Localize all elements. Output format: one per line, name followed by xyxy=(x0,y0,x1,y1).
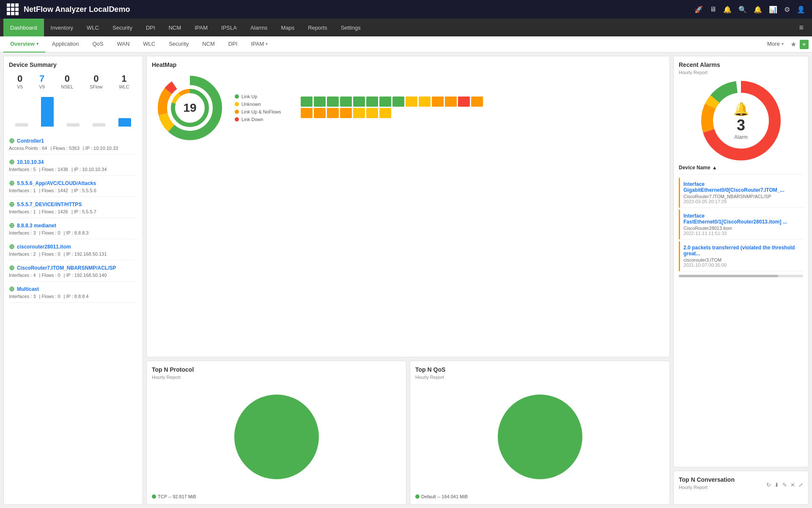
stat-wlc-label: WLC xyxy=(119,84,129,89)
bar-v9 xyxy=(39,97,56,127)
subnav-qos[interactable]: QoS xyxy=(85,36,110,52)
device-ip: | IP : 8.8.8.3 xyxy=(64,230,89,235)
conversation-panel: Top N Conversation Hourly Report ↻ ⬇ ✎ ✕… xyxy=(673,471,809,505)
device-name-multicast: ⊕ Multicast xyxy=(9,285,137,293)
star-icon[interactable]: ★ xyxy=(790,40,796,48)
stat-v9-label: V9 xyxy=(39,84,44,89)
device-interfaces: Interfaces : 4 xyxy=(9,273,36,278)
nav-dpi[interactable]: DPI xyxy=(139,19,162,36)
subnav-wlc[interactable]: WLC xyxy=(136,36,162,52)
bell-outline-icon[interactable]: 🔔 xyxy=(723,6,732,14)
download-icon[interactable]: ⬇ xyxy=(774,482,779,488)
left-panel: Device Summary 0 V5 7 V9 0 NSEL 0 SFlow … xyxy=(3,56,143,505)
nav-more-button[interactable]: ≡ xyxy=(794,23,809,32)
device-name-text[interactable]: 5.5.5.7_DEVICE/INT/HTTPS xyxy=(17,202,82,207)
device-name-text[interactable]: Multicast xyxy=(17,286,39,292)
chart-icon[interactable]: 📊 xyxy=(769,6,777,14)
subnav-dpi[interactable]: DPI xyxy=(222,36,244,52)
alarm-item-1: Interface GigabitEthernet0/0[CiscoRouter… xyxy=(679,178,803,208)
user-icon[interactable]: 👤 xyxy=(797,6,805,14)
device-ip: | IP : 192.168.50.131 xyxy=(64,251,107,257)
linkup-noflows-label: Link Up & NoFlows xyxy=(241,109,281,114)
device-name-medianet: ⊕ 8.8.8.3 medianet xyxy=(9,221,137,229)
stat-v5: 0 V5 xyxy=(17,73,22,89)
search-icon[interactable]: 🔍 xyxy=(738,6,747,14)
device-name-text[interactable]: 8.8.8.3 medianet xyxy=(17,223,56,229)
refresh-icon[interactable]: ↻ xyxy=(766,482,771,488)
conversation-icons: ↻ ⬇ ✎ ✕ ⤢ xyxy=(766,482,803,488)
topn-qos-legend: Default -- 164.041 MiB xyxy=(415,494,664,499)
stat-sflow-value: 0 xyxy=(90,73,103,84)
topn-qos-panel: Top N QoS Hourly Report Default -- 164.0… xyxy=(410,361,670,505)
subnav-overview[interactable]: Overview ▾ xyxy=(3,36,45,52)
qos-legend-dot xyxy=(415,494,420,499)
device-interfaces: Interfaces : 1 xyxy=(9,188,36,193)
subnav-security[interactable]: Security xyxy=(162,36,195,52)
alarm-device-3[interactable]: 2.0 packets transferred (violated the th… xyxy=(683,245,803,257)
nav-wlc[interactable]: WLC xyxy=(80,19,106,36)
heatmap-cell xyxy=(301,97,313,107)
alarm-device-2[interactable]: Interface FastEthernet0/1[CiscoRouter280… xyxy=(683,213,803,225)
nav-alarms[interactable]: Alarms xyxy=(244,19,274,36)
heatmap-cell xyxy=(314,97,326,107)
device-name-text[interactable]: Controller1 xyxy=(17,138,44,144)
nav-maps[interactable]: Maps xyxy=(274,19,301,36)
expand-icon[interactable]: ⤢ xyxy=(798,482,803,488)
nav-ipam[interactable]: IPAM xyxy=(188,19,214,36)
alarm-time-3: 2021-10-07 00:35:00 xyxy=(683,262,803,268)
bottom-panels: Top N Protocol Hourly Report TCP -- 92.8… xyxy=(146,361,670,505)
alarm-scrollbar[interactable] xyxy=(679,275,803,277)
monitor-icon[interactable]: 🖥 xyxy=(710,6,716,13)
close-icon[interactable]: ✕ xyxy=(790,482,795,488)
device-name-text[interactable]: CiscoRouter7.ITOM_NBARSNMP/ACL/SP xyxy=(17,265,116,271)
stat-nsel-label: NSEL xyxy=(61,84,74,89)
nav-reports[interactable]: Reports xyxy=(301,19,334,36)
heatmap-cell xyxy=(392,97,404,107)
nav-ipsla[interactable]: IPSLA xyxy=(214,19,244,36)
alert-icon[interactable]: 🔔 xyxy=(754,6,762,14)
sort-icon[interactable]: ▲ xyxy=(712,165,717,171)
list-item: ⊕ 10.10.10.34 Interfaces : 5 | Flows : 1… xyxy=(9,155,137,176)
app-icon xyxy=(7,3,19,15)
nav-security[interactable]: Security xyxy=(106,19,139,36)
rocket-icon[interactable]: 🚀 xyxy=(694,6,703,14)
device-name-5556: ⊕ 5.5.5.6_App/AVC/CLOUD/Attacks xyxy=(9,179,137,187)
nav-inventory[interactable]: Inventory xyxy=(44,19,80,36)
topn-qos-chart xyxy=(415,383,664,491)
heatmap-legend: Link Up Unknown Link Up & NoFlows Link D… xyxy=(235,94,294,122)
heatmap-cell xyxy=(458,97,470,107)
device-name-text[interactable]: 10.10.10.34 xyxy=(17,159,44,165)
nav-settings[interactable]: Settings xyxy=(334,19,368,36)
device-name-text[interactable]: 5.5.5.6_App/AVC/CLOUD/Attacks xyxy=(17,180,96,186)
list-item: ⊕ CiscoRouter7.ITOM_NBARSNMP/ACL/SP Inte… xyxy=(9,260,137,282)
subnav-more[interactable]: More ▾ xyxy=(760,36,790,52)
device-details-8: Interfaces : 3 | Flows : 0 | IP : 8.8.8.… xyxy=(9,294,137,299)
device-interfaces: Interfaces : 1 xyxy=(9,209,36,214)
subnav-wan[interactable]: WAN xyxy=(110,36,136,52)
legend-linkdown: Link Down xyxy=(235,117,294,122)
plus-icon: ⊕ xyxy=(9,285,14,293)
stat-v5-label: V5 xyxy=(17,84,22,89)
device-summary-title: Device Summary xyxy=(9,61,137,68)
sub-nav: Overview ▾ Application QoS WAN WLC Secur… xyxy=(0,36,812,52)
nav-ncm[interactable]: NCM xyxy=(162,19,188,36)
add-tab-icon[interactable]: + xyxy=(800,40,809,49)
subnav-application[interactable]: Application xyxy=(45,36,86,52)
topn-protocol-title: Top N Protocol xyxy=(152,366,401,373)
bar-v5-fill xyxy=(15,123,28,127)
stat-wlc-value: 1 xyxy=(119,73,129,84)
device-name-text[interactable]: ciscorouter28011.itom xyxy=(17,244,71,250)
subnav-ncm[interactable]: NCM xyxy=(195,36,222,52)
edit-icon[interactable]: ✎ xyxy=(782,482,787,488)
alarm-device-1[interactable]: Interface GigabitEthernet0/0[CiscoRouter… xyxy=(683,181,803,193)
legend-linkup-noflows: Link Up & NoFlows xyxy=(235,109,294,114)
gear-icon[interactable]: ⚙ xyxy=(784,6,790,14)
alarm-panel-title: Recent Alarms xyxy=(679,61,803,68)
nav-dashboard[interactable]: Dashboard xyxy=(3,19,44,36)
right-panel: Recent Alarms Hourly Report 🔔 3 Alarm xyxy=(673,56,809,505)
topn-qos-subtitle: Hourly Report xyxy=(415,375,664,380)
ipam-chevron: ▾ xyxy=(266,41,268,46)
legend-linkup: Link Up xyxy=(235,94,294,99)
subnav-ipam[interactable]: IPAM ▾ xyxy=(244,36,274,52)
bar-nsel-fill xyxy=(67,123,80,127)
